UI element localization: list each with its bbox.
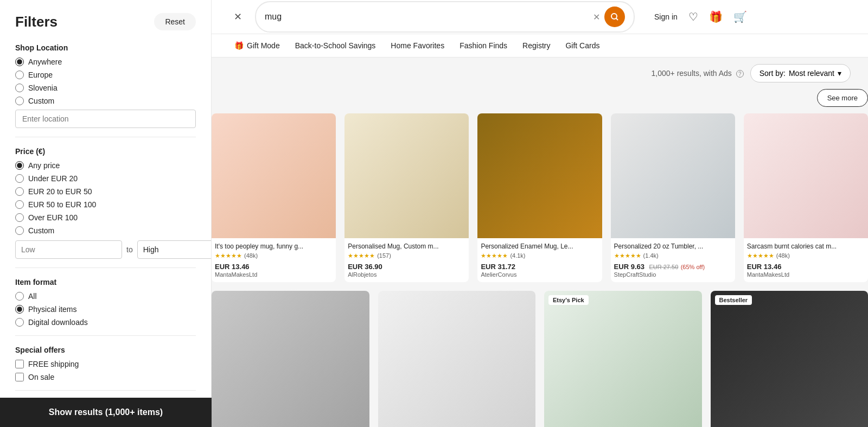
tab-registry[interactable]: Registry bbox=[517, 38, 556, 53]
gift-icon[interactable]: 🎁 bbox=[709, 10, 723, 23]
product-card-4[interactable]: Personalized 20 oz Tumbler, ... ★★★★★ (1… bbox=[611, 113, 735, 282]
nav-actions: Sign in ♡ 🎁 🛒 bbox=[654, 10, 747, 23]
search-button[interactable] bbox=[604, 7, 625, 27]
rating-count-3: (4.1k) bbox=[510, 252, 525, 259]
results-count: 1,000+ results, with Ads ? bbox=[229, 69, 744, 78]
price-50-100[interactable]: EUR 50 to EUR 100 bbox=[15, 200, 196, 209]
product-seller-2: AlRobjetos bbox=[348, 271, 465, 278]
product-info-5: Sarcasm burnt calories cat m... ★★★★★ (4… bbox=[744, 238, 868, 282]
product-card-9[interactable]: Bestseller It's Fine I'm Fine Everything… bbox=[711, 291, 869, 427]
stars-1: ★★★★★ bbox=[215, 252, 242, 259]
product-image-4 bbox=[611, 113, 735, 238]
close-sidebar-button[interactable]: ✕ bbox=[229, 8, 246, 26]
product-title-4: Personalized 20 oz Tumbler, ... bbox=[614, 243, 732, 250]
stars-4: ★★★★★ bbox=[614, 252, 641, 259]
stars-2: ★★★★★ bbox=[348, 252, 375, 259]
sign-in-link[interactable]: Sign in bbox=[654, 12, 678, 21]
rating-count-5: (48k) bbox=[776, 252, 790, 259]
price-high-input[interactable] bbox=[137, 240, 212, 259]
item-format-title: Item format bbox=[15, 278, 196, 286]
product-image-2 bbox=[344, 113, 469, 238]
sidebar-header: Filters Reset bbox=[15, 13, 196, 30]
product-card-1[interactable]: It's too peopley mug, funny g... ★★★★★ (… bbox=[212, 113, 336, 282]
reset-button[interactable]: Reset bbox=[154, 13, 196, 30]
location-europe[interactable]: Europe bbox=[15, 71, 196, 79]
price-over-100[interactable]: Over EUR 100 bbox=[15, 213, 196, 222]
price-range: to bbox=[15, 240, 196, 259]
offer-free-shipping[interactable]: FREE shipping bbox=[15, 360, 196, 368]
search-input[interactable] bbox=[265, 12, 593, 22]
item-format-group: All Physical items Digital downloads bbox=[15, 292, 196, 327]
price-title: Price (€) bbox=[15, 147, 196, 156]
price-under-20[interactable]: Under EUR 20 bbox=[15, 174, 196, 183]
price-any[interactable]: Any price bbox=[15, 161, 196, 170]
product-card-8[interactable]: Etsy's Pick It's too peopley mug, funny … bbox=[544, 291, 702, 427]
search-clear-button[interactable]: ✕ bbox=[593, 12, 600, 22]
product-rating-5: ★★★★★ (48k) bbox=[747, 252, 865, 259]
product-price-2: EUR 36.90 bbox=[348, 262, 465, 271]
offer-on-sale[interactable]: On sale bbox=[15, 373, 196, 381]
product-price-1: EUR 13.46 bbox=[215, 262, 333, 271]
product-card-3[interactable]: Personalized Enamel Mug, Le... ★★★★★ (4.… bbox=[477, 113, 602, 282]
product-image-6 bbox=[212, 291, 369, 427]
product-image-3 bbox=[477, 113, 602, 238]
nav-tabs: 🎁 Gift Mode Back-to-School Savings Home … bbox=[212, 34, 868, 58]
product-image-8 bbox=[544, 291, 702, 427]
results-bar: 1,000+ results, with Ads ? Sort by: Most… bbox=[212, 58, 868, 89]
product-seller-4: StepCraftStudio bbox=[614, 271, 732, 278]
product-info-1: It's too peopley mug, funny g... ★★★★★ (… bbox=[212, 238, 336, 282]
price-to-label: to bbox=[126, 245, 133, 254]
product-row-2: Grey Satin Mug ... Custom Photo Mug Gift… bbox=[212, 291, 868, 427]
stars-3: ★★★★★ bbox=[481, 252, 508, 259]
product-image-1 bbox=[212, 113, 336, 238]
sort-button[interactable]: Sort by: Most relevant ▾ bbox=[750, 64, 851, 82]
tab-fashion-finds[interactable]: Fashion Finds bbox=[454, 38, 513, 53]
location-custom[interactable]: Custom bbox=[15, 97, 196, 105]
product-card-5[interactable]: Sarcasm burnt calories cat m... ★★★★★ (4… bbox=[744, 113, 868, 282]
format-digital[interactable]: Digital downloads bbox=[15, 318, 196, 327]
format-physical[interactable]: Physical items bbox=[15, 305, 196, 314]
location-anywhere[interactable]: Anywhere bbox=[15, 58, 196, 66]
svg-line-1 bbox=[616, 18, 618, 21]
tab-gift-cards[interactable]: Gift Cards bbox=[560, 38, 605, 53]
product-price-5: EUR 13.46 bbox=[747, 262, 865, 271]
tab-home-favorites[interactable]: Home Favorites bbox=[385, 38, 450, 53]
product-title-1: It's too peopley mug, funny g... bbox=[215, 243, 333, 250]
price-low-input[interactable] bbox=[15, 240, 122, 259]
price-20-50[interactable]: EUR 20 to EUR 50 bbox=[15, 187, 196, 196]
shop-location-title: Shop Location bbox=[15, 43, 196, 52]
product-card-7[interactable]: Custom Photo Mug Gift For Dad, Custom Po… bbox=[378, 291, 536, 427]
results-info-icon[interactable]: ? bbox=[736, 70, 744, 78]
favorites-icon[interactable]: ♡ bbox=[688, 10, 698, 23]
search-bar: ✕ bbox=[255, 1, 635, 33]
product-image-7 bbox=[378, 291, 536, 427]
main-content: ✕ ✕ Sign in ♡ 🎁 🛒 🎁 Gift Mode Back-to-Sc… bbox=[212, 0, 868, 427]
product-badge-9: Bestseller bbox=[715, 295, 752, 305]
format-all[interactable]: All bbox=[15, 292, 196, 301]
tab-back-to-school[interactable]: Back-to-School Savings bbox=[290, 38, 381, 53]
tab-gift-mode[interactable]: 🎁 Gift Mode bbox=[229, 38, 285, 53]
product-seller-3: AtelierCorvus bbox=[481, 271, 598, 278]
see-more-row: See more bbox=[212, 89, 868, 113]
gift-mode-icon: 🎁 bbox=[234, 41, 244, 50]
product-row-1: It's too peopley mug, funny g... ★★★★★ (… bbox=[212, 113, 868, 282]
product-rating-2: ★★★★★ (157) bbox=[348, 252, 465, 259]
see-more-button[interactable]: See more bbox=[817, 89, 868, 107]
product-card-2[interactable]: Personalised Mug, Custom m... ★★★★★ (157… bbox=[344, 113, 469, 282]
product-card-6[interactable]: Grey Satin Mug ... bbox=[212, 291, 369, 427]
product-title-5: Sarcasm burnt calories cat m... bbox=[747, 243, 865, 250]
product-area: See more It's too peopley mug, funny g..… bbox=[212, 89, 868, 427]
product-image-5 bbox=[744, 113, 868, 238]
cart-icon[interactable]: 🛒 bbox=[733, 10, 747, 23]
filters-sidebar: Filters Reset Shop Location Anywhere Eur… bbox=[0, 0, 212, 427]
special-offers-group: FREE shipping On sale bbox=[15, 360, 196, 381]
price-custom[interactable]: Custom bbox=[15, 226, 196, 235]
product-title-2: Personalised Mug, Custom m... bbox=[348, 243, 465, 250]
product-image-9 bbox=[711, 291, 869, 427]
location-input[interactable] bbox=[15, 110, 196, 128]
location-slovenia[interactable]: Slovenia bbox=[15, 84, 196, 92]
product-info-2: Personalised Mug, Custom m... ★★★★★ (157… bbox=[344, 238, 469, 282]
product-price-4: EUR 9.63 EUR 27.50 (65% off) bbox=[614, 262, 732, 271]
rating-count-2: (157) bbox=[377, 252, 391, 259]
show-results-button[interactable]: Show results (1,000+ items) bbox=[0, 398, 212, 427]
